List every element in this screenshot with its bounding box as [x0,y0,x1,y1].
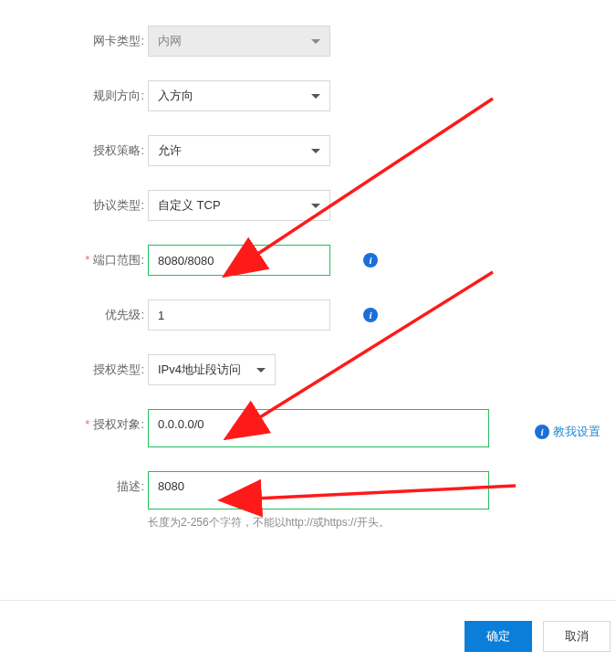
row-priority: 优先级: i [0,299,616,331]
auth-type-value: IPv4地址段访问 [158,362,241,378]
row-policy: 授权策略: 允许 [0,135,616,166]
info-icon: i [363,253,378,268]
row-direction: 规则方向: 入方向 [0,80,616,111]
direction-select[interactable]: 入方向 [148,80,330,111]
policy-select[interactable]: 允许 [148,135,330,166]
info-icon: i [535,425,549,439]
footer-separator [0,600,616,601]
nic-type-value: 内网 [158,33,182,49]
auth-type-select[interactable]: IPv4地址段访问 [148,354,276,385]
label-nic-type: 网卡类型: [0,26,144,49]
chevron-down-icon [311,39,320,44]
chevron-down-icon [311,149,320,153]
label-auth-type: 授权类型: [0,354,144,378]
protocol-select[interactable]: 自定义 TCP [148,190,330,221]
policy-value: 允许 [158,142,182,159]
protocol-value: 自定义 TCP [158,197,221,214]
label-protocol: 协议类型: [0,190,144,214]
desc-input[interactable] [148,471,489,509]
chevron-down-icon [256,368,266,373]
label-port-range: *端口范围: [0,245,144,268]
info-icon: i [363,308,378,322]
row-port-range: *端口范围: i [0,245,616,276]
teach-me-label: 教我设置 [553,424,600,440]
nic-type-select: 内网 [148,26,330,57]
teach-me-link[interactable]: i 教我设置 [535,424,600,440]
required-mark: * [85,253,89,267]
desc-hint: 长度为2-256个字符，不能以http://或https://开头。 [148,515,390,530]
label-auth-obj: *授权对象: [0,409,144,433]
label-policy: 授权策略: [0,135,144,159]
chevron-down-icon [311,94,320,99]
cancel-button[interactable]: 取消 [543,621,611,652]
auth-obj-input[interactable] [148,409,489,447]
row-auth-obj: *授权对象: i 教我设置 [0,409,616,447]
row-auth-type: 授权类型: IPv4地址段访问 [0,354,616,385]
row-nic-type: 网卡类型: 内网 [0,26,616,57]
row-protocol: 协议类型: 自定义 TCP [0,190,616,221]
ok-button[interactable]: 确定 [465,621,532,652]
priority-input[interactable] [148,299,330,331]
label-priority: 优先级: [0,299,144,323]
required-mark: * [85,417,89,431]
label-desc: 描述: [0,471,144,495]
direction-value: 入方向 [158,88,193,104]
label-direction: 规则方向: [0,80,144,104]
row-desc: 描述: 长度为2-256个字符，不能以http://或https://开头。 [0,471,616,530]
chevron-down-icon [311,204,320,208]
port-range-input[interactable] [148,245,330,276]
